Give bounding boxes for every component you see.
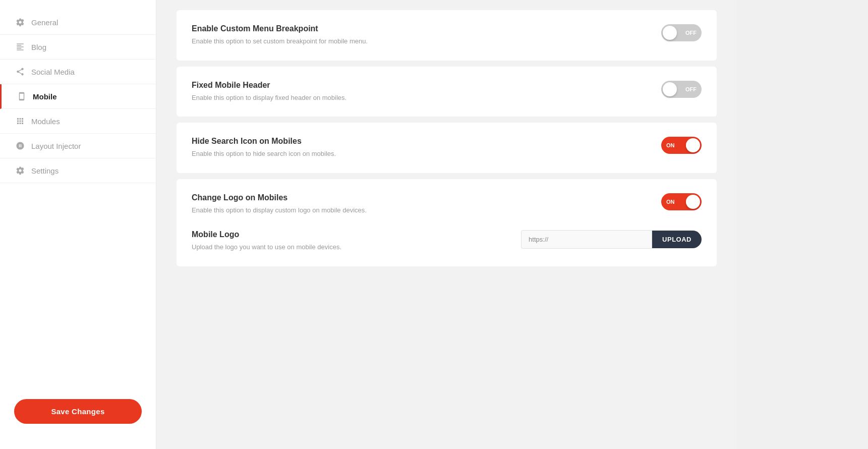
toggle-hide-search-icon[interactable]: ON — [661, 137, 702, 154]
save-changes-button[interactable]: Save Changes — [14, 399, 142, 424]
toggle-label-hide-search-icon: ON — [666, 142, 675, 148]
save-btn-container: Save Changes — [0, 384, 156, 439]
sidebar-item-blog[interactable]: Blog — [0, 35, 156, 60]
setting-card-hide-search-icon: Hide Search Icon on Mobiles Enable this … — [177, 123, 717, 173]
setting-info-fixed-mobile-header: Fixed Mobile Header Enable this option t… — [192, 81, 661, 103]
toggle-custom-menu-breakpoint[interactable]: OFF — [661, 24, 702, 41]
sidebar-item-social-media[interactable]: Social Media — [0, 60, 156, 84]
mobile-logo-row: Mobile Logo Upload the logo you want to … — [192, 230, 702, 252]
modules-icon — [15, 116, 25, 126]
sidebar: General Blog Social Media Mobile Modules… — [0, 0, 156, 449]
settings-icon — [15, 165, 25, 176]
setting-desc-mobile-logo: Upload the logo you want to use on mobil… — [192, 242, 506, 252]
toggle-fixed-mobile-header[interactable]: OFF — [661, 81, 702, 98]
toggle-change-logo[interactable]: ON — [661, 193, 702, 210]
gear-icon — [15, 17, 25, 27]
setting-desc-fixed-mobile-header: Enable this option to display fixed head… — [192, 93, 646, 103]
sidebar-item-label-general: General — [31, 18, 58, 27]
setting-desc-change-logo: Enable this option to display custom log… — [192, 205, 646, 215]
blog-icon — [15, 42, 25, 52]
sidebar-item-general[interactable]: General — [0, 10, 156, 35]
setting-info-change-logo: Change Logo on Mobiles Enable this optio… — [192, 193, 661, 215]
setting-title-custom-menu-breakpoint: Enable Custom Menu Breakpoint — [192, 24, 646, 33]
sidebar-item-label-social-media: Social Media — [31, 68, 75, 76]
sidebar-item-settings[interactable]: Settings — [0, 158, 156, 183]
setting-control-custom-menu-breakpoint: OFF — [661, 24, 702, 41]
toggle-knob-hide-search-icon — [686, 138, 700, 152]
setting-control-change-logo: ON — [661, 193, 702, 210]
layout-icon — [15, 141, 25, 151]
setting-info-hide-search-icon: Hide Search Icon on Mobiles Enable this … — [192, 137, 661, 159]
sidebar-item-modules[interactable]: Modules — [0, 109, 156, 134]
setting-desc-hide-search-icon: Enable this option to hide search icon o… — [192, 149, 646, 159]
setting-title-hide-search-icon: Hide Search Icon on Mobiles — [192, 137, 646, 146]
setting-title-change-logo: Change Logo on Mobiles — [192, 193, 646, 202]
toggle-label-custom-menu-breakpoint: OFF — [685, 30, 697, 36]
setting-desc-custom-menu-breakpoint: Enable this option to set custom breakpo… — [192, 36, 646, 46]
setting-title-fixed-mobile-header: Fixed Mobile Header — [192, 81, 646, 90]
sidebar-item-mobile[interactable]: Mobile — [0, 84, 156, 109]
main-content: Enable Custom Menu Breakpoint Enable thi… — [156, 0, 737, 449]
sidebar-item-label-layout-injector: Layout Injector — [31, 142, 81, 150]
setting-title-mobile-logo: Mobile Logo — [192, 230, 506, 239]
sidebar-item-label-mobile: Mobile — [33, 92, 57, 101]
toggle-knob-change-logo — [686, 195, 700, 209]
toggle-knob-custom-menu-breakpoint — [663, 26, 677, 40]
setting-card-custom-menu-breakpoint: Enable Custom Menu Breakpoint Enable thi… — [177, 10, 717, 61]
toggle-label-change-logo: ON — [666, 199, 675, 205]
sidebar-item-label-settings: Settings — [31, 166, 59, 175]
mobile-logo-input-group: UPLOAD — [521, 230, 702, 249]
mobile-icon — [17, 91, 27, 101]
setting-info-mobile-logo: Mobile Logo Upload the logo you want to … — [192, 230, 521, 252]
sidebar-item-label-modules: Modules — [31, 117, 60, 126]
setting-card-change-logo: Change Logo on Mobiles Enable this optio… — [177, 179, 717, 266]
change-logo-row: Change Logo on Mobiles Enable this optio… — [192, 193, 702, 215]
setting-control-hide-search-icon: ON — [661, 137, 702, 154]
sidebar-item-label-blog: Blog — [31, 43, 46, 51]
setting-control-fixed-mobile-header: OFF — [661, 81, 702, 98]
upload-button[interactable]: UPLOAD — [652, 231, 702, 248]
right-panel — [737, 0, 868, 449]
setting-info-custom-menu-breakpoint: Enable Custom Menu Breakpoint Enable thi… — [192, 24, 661, 46]
toggle-label-fixed-mobile-header: OFF — [685, 86, 697, 92]
share-icon — [15, 67, 25, 77]
setting-card-fixed-mobile-header: Fixed Mobile Header Enable this option t… — [177, 67, 717, 117]
toggle-knob-fixed-mobile-header — [663, 82, 677, 96]
mobile-logo-input[interactable] — [521, 230, 652, 249]
sidebar-item-layout-injector[interactable]: Layout Injector — [0, 134, 156, 158]
